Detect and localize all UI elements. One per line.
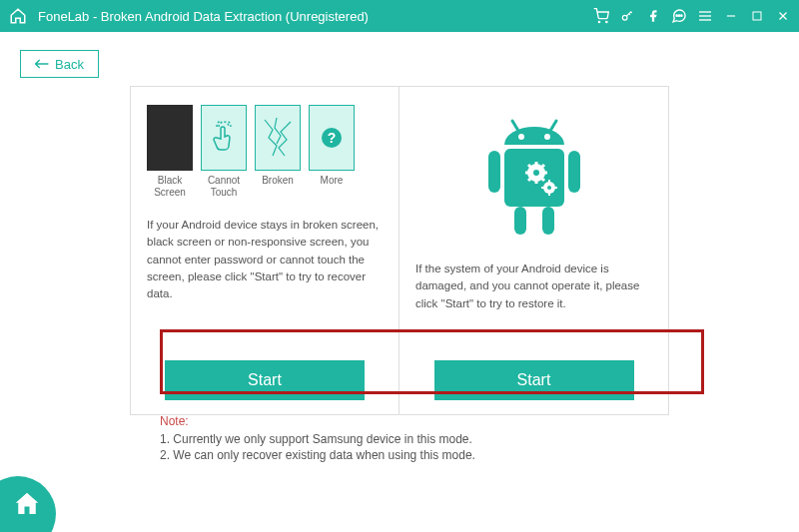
note-title: Note:	[160, 414, 475, 428]
svg-point-1	[606, 21, 607, 22]
svg-point-0	[598, 21, 599, 22]
svg-point-3	[676, 15, 677, 16]
svg-line-33	[528, 178, 531, 181]
start-recovery-button[interactable]: Start	[165, 360, 365, 400]
svg-rect-10	[753, 12, 761, 20]
svg-point-17	[518, 134, 524, 140]
cannot-touch-option[interactable]: CannotTouch	[201, 105, 247, 199]
svg-rect-20	[488, 151, 500, 193]
svg-line-16	[550, 121, 556, 131]
svg-line-31	[541, 178, 544, 181]
note-section: Note: 1. Currently we only support Samsu…	[160, 414, 475, 464]
svg-line-15	[512, 121, 518, 131]
svg-rect-21	[568, 151, 580, 193]
more-option[interactable]: ? More	[309, 105, 355, 199]
svg-point-5	[681, 15, 682, 16]
back-label: Back	[55, 57, 84, 72]
app-title: FoneLab - Broken Android Data Extraction…	[38, 9, 593, 24]
floating-home-button[interactable]	[0, 476, 56, 532]
svg-point-18	[544, 134, 550, 140]
black-screen-option[interactable]: BlackScreen	[147, 105, 193, 199]
more-label: More	[309, 175, 355, 187]
minimize-icon[interactable]	[723, 8, 739, 24]
start-restore-button[interactable]: Start	[434, 360, 634, 400]
home-icon[interactable]	[8, 6, 28, 26]
back-arrow-icon	[35, 56, 49, 72]
svg-text:?: ?	[328, 130, 337, 146]
maximize-icon[interactable]	[749, 8, 765, 24]
cannot-touch-icon	[201, 105, 247, 171]
broken-label: Broken	[255, 175, 301, 187]
key-icon[interactable]	[619, 8, 635, 24]
note-line-1: 1. Currently we only support Samsung dev…	[160, 432, 475, 446]
svg-point-4	[678, 15, 679, 16]
svg-point-2	[622, 15, 627, 20]
broken-option[interactable]: Broken	[255, 105, 301, 199]
data-recovery-panel: BlackScreen CannotTouch	[130, 86, 400, 415]
device-state-icons: BlackScreen CannotTouch	[147, 105, 383, 199]
svg-point-25	[533, 170, 539, 176]
titlebar-actions	[593, 8, 791, 24]
svg-rect-23	[542, 207, 554, 235]
cannot-touch-label: CannotTouch	[201, 175, 247, 199]
menu-icon[interactable]	[697, 8, 713, 24]
black-screen-label: BlackScreen	[147, 175, 193, 199]
recovery-description: If your Android device stays in broken s…	[147, 217, 383, 302]
svg-point-35	[547, 186, 551, 190]
broken-icon	[255, 105, 301, 171]
cart-icon[interactable]	[593, 8, 609, 24]
titlebar: FoneLab - Broken Android Data Extraction…	[0, 0, 799, 32]
svg-line-30	[528, 165, 531, 168]
svg-line-32	[541, 165, 544, 168]
restore-description: If the system of your Android device is …	[415, 261, 652, 312]
feedback-icon[interactable]	[671, 8, 687, 24]
facebook-icon[interactable]	[645, 8, 661, 24]
close-icon[interactable]	[775, 8, 791, 24]
more-icon: ?	[309, 105, 355, 171]
system-restore-panel: If the system of your Android device is …	[400, 86, 669, 415]
note-line-2: 2. We can only recover existing data whe…	[160, 448, 475, 462]
android-icon	[415, 113, 652, 243]
svg-rect-22	[514, 207, 526, 235]
back-button[interactable]: Back	[20, 50, 99, 78]
black-screen-icon	[147, 105, 193, 171]
